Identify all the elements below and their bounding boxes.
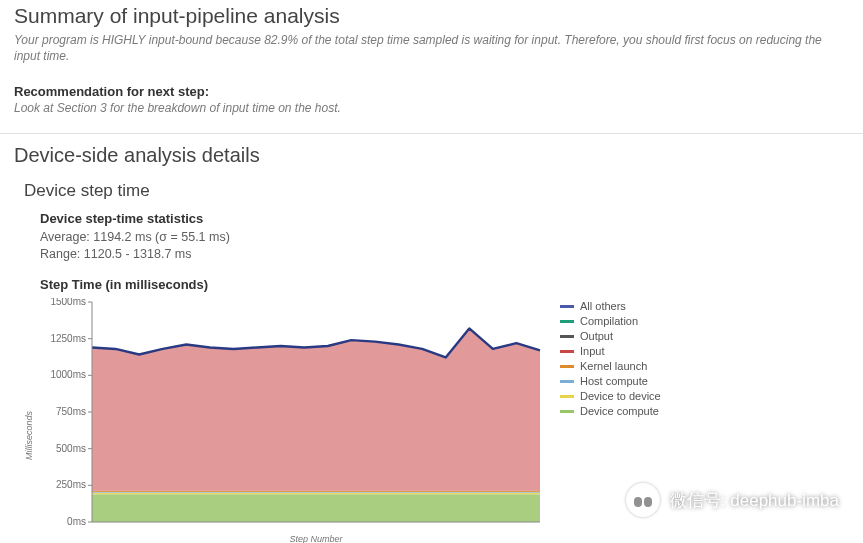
step-time-chart: 0ms250ms500ms750ms1000ms1250ms1500msStep… [36,298,546,543]
stats-range: Range: 1120.5 - 1318.7 ms [40,246,849,263]
legend-label: Input [580,345,604,357]
section-divider [0,133,863,134]
stats-title: Device step-time statistics [40,211,849,226]
legend-label: Kernel launch [580,360,647,372]
legend-label: Compilation [580,315,638,327]
stats-average: Average: 1194.2 ms (σ = 55.1 ms) [40,229,849,246]
device-step-time-heading: Device step time [24,181,849,201]
legend-item: Compilation [560,315,661,327]
svg-text:0ms: 0ms [67,516,86,527]
legend-swatch [560,410,574,413]
recommendation-title: Recommendation for next step: [14,84,849,99]
legend-swatch [560,350,574,353]
legend-swatch [560,395,574,398]
legend-swatch [560,380,574,383]
svg-text:1000ms: 1000ms [50,369,86,380]
legend-swatch [560,305,574,308]
details-title: Device-side analysis details [14,144,849,167]
chart-row: Milliseconds 0ms250ms500ms750ms1000ms125… [24,298,849,543]
legend-label: Device compute [580,405,659,417]
legend-label: Output [580,330,613,342]
y-axis-label: Milliseconds [24,387,34,460]
chart-title: Step Time (in milliseconds) [40,277,849,292]
svg-text:500ms: 500ms [56,443,86,454]
svg-text:750ms: 750ms [56,406,86,417]
recommendation-text: Look at Section 3 for the breakdown of i… [14,101,849,115]
legend-item: Input [560,345,661,357]
legend-swatch [560,335,574,338]
svg-text:1500ms: 1500ms [50,298,86,307]
legend-swatch [560,320,574,323]
stats-block: Device step-time statistics Average: 119… [40,211,849,263]
legend-swatch [560,365,574,368]
details-section: Device-side analysis details Device step… [0,140,863,543]
summary-section: Summary of input-pipeline analysis Your … [0,0,863,123]
chart-plot: 0ms250ms500ms750ms1000ms1250ms1500msStep… [36,298,546,543]
legend-item: Kernel launch [560,360,661,372]
legend-item: Host compute [560,375,661,387]
legend-item: All others [560,300,661,312]
legend-item: Device compute [560,405,661,417]
legend-label: All others [580,300,626,312]
legend-item: Output [560,330,661,342]
svg-text:Step Number: Step Number [289,534,343,543]
summary-text: Your program is HIGHLY input-bound becau… [14,32,834,64]
legend-item: Device to device [560,390,661,402]
svg-text:250ms: 250ms [56,479,86,490]
summary-title: Summary of input-pipeline analysis [14,4,849,28]
legend-label: Host compute [580,375,648,387]
chart-legend: All othersCompilationOutputInputKernel l… [560,300,661,420]
svg-text:1250ms: 1250ms [50,333,86,344]
legend-label: Device to device [580,390,661,402]
